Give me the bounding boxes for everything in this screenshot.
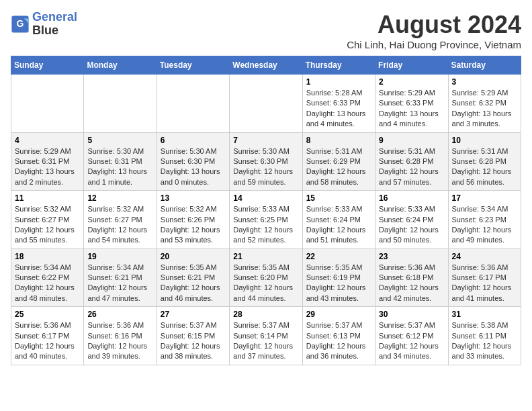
day-number: 15: [306, 193, 371, 203]
calendar-cell: 3Sunrise: 5:29 AM Sunset: 6:32 PM Daylig…: [448, 75, 521, 133]
day-info: Sunrise: 5:33 AM Sunset: 6:24 PM Dayligh…: [306, 204, 371, 246]
day-info: Sunrise: 5:36 AM Sunset: 6:17 PM Dayligh…: [452, 263, 517, 304]
day-header-wednesday: Wednesday: [230, 56, 302, 75]
calendar-cell: 8Sunrise: 5:31 AM Sunset: 6:29 PM Daylig…: [302, 132, 375, 191]
day-info: Sunrise: 5:35 AM Sunset: 6:21 PM Dayligh…: [161, 263, 226, 304]
day-info: Sunrise: 5:33 AM Sunset: 6:24 PM Dayligh…: [379, 204, 444, 246]
day-header-friday: Friday: [375, 56, 448, 75]
calendar-cell: 11Sunrise: 5:32 AM Sunset: 6:27 PM Dayli…: [11, 191, 84, 249]
day-number: 9: [379, 136, 444, 145]
calendar-cell: 28Sunrise: 5:37 AM Sunset: 6:14 PM Dayli…: [230, 307, 302, 365]
day-header-thursday: Thursday: [302, 56, 375, 75]
day-info: Sunrise: 5:34 AM Sunset: 6:22 PM Dayligh…: [15, 263, 80, 304]
calendar-cell: 27Sunrise: 5:37 AM Sunset: 6:15 PM Dayli…: [157, 307, 229, 365]
week-row-4: 18Sunrise: 5:34 AM Sunset: 6:22 PM Dayli…: [11, 248, 521, 307]
day-number: 7: [233, 136, 298, 145]
day-number: 25: [15, 310, 80, 319]
day-number: 19: [87, 252, 152, 261]
day-number: 23: [379, 252, 444, 261]
week-row-1: 1Sunrise: 5:28 AM Sunset: 6:33 PM Daylig…: [11, 75, 521, 133]
day-number: 12: [87, 193, 152, 203]
calendar-cell: 20Sunrise: 5:35 AM Sunset: 6:21 PM Dayli…: [157, 248, 229, 307]
day-number: 3: [452, 77, 517, 87]
day-number: 24: [452, 252, 517, 261]
week-row-5: 25Sunrise: 5:36 AM Sunset: 6:17 PM Dayli…: [11, 307, 521, 365]
day-number: 21: [233, 252, 298, 261]
day-number: 2: [379, 77, 444, 87]
calendar-cell: [157, 75, 229, 133]
day-info: Sunrise: 5:34 AM Sunset: 6:21 PM Dayligh…: [87, 263, 152, 304]
calendar-cell: 24Sunrise: 5:36 AM Sunset: 6:17 PM Dayli…: [448, 248, 521, 307]
logo-text: General Blue: [32, 11, 77, 38]
week-row-3: 11Sunrise: 5:32 AM Sunset: 6:27 PM Dayli…: [11, 191, 521, 249]
calendar-cell: 13Sunrise: 5:32 AM Sunset: 6:26 PM Dayli…: [157, 191, 229, 249]
day-info: Sunrise: 5:38 AM Sunset: 6:11 PM Dayligh…: [452, 320, 517, 362]
day-number: 8: [306, 136, 371, 145]
day-info: Sunrise: 5:37 AM Sunset: 6:12 PM Dayligh…: [379, 320, 444, 362]
day-info: Sunrise: 5:32 AM Sunset: 6:26 PM Dayligh…: [161, 204, 226, 246]
day-number: 17: [452, 193, 517, 203]
calendar-cell: 19Sunrise: 5:34 AM Sunset: 6:21 PM Dayli…: [84, 248, 157, 307]
svg-text:G: G: [17, 18, 24, 29]
day-number: 6: [161, 136, 226, 145]
calendar-cell: 7Sunrise: 5:30 AM Sunset: 6:30 PM Daylig…: [230, 132, 302, 191]
day-info: Sunrise: 5:30 AM Sunset: 6:31 PM Dayligh…: [87, 146, 152, 188]
day-number: 10: [452, 136, 517, 145]
calendar-cell: 22Sunrise: 5:35 AM Sunset: 6:19 PM Dayli…: [302, 248, 375, 307]
calendar-cell: 10Sunrise: 5:31 AM Sunset: 6:28 PM Dayli…: [448, 132, 521, 191]
calendar-cell: 2Sunrise: 5:29 AM Sunset: 6:33 PM Daylig…: [375, 75, 448, 133]
day-info: Sunrise: 5:32 AM Sunset: 6:27 PM Dayligh…: [15, 204, 80, 246]
day-number: 22: [306, 252, 371, 261]
calendar-table: SundayMondayTuesdayWednesdayThursdayFrid…: [11, 56, 521, 365]
calendar-cell: 25Sunrise: 5:36 AM Sunset: 6:17 PM Dayli…: [11, 307, 84, 365]
calendar-cell: 21Sunrise: 5:35 AM Sunset: 6:20 PM Dayli…: [230, 248, 302, 307]
day-header-monday: Monday: [84, 56, 157, 75]
day-header-sunday: Sunday: [11, 56, 84, 75]
calendar-cell: 5Sunrise: 5:30 AM Sunset: 6:31 PM Daylig…: [84, 132, 157, 191]
day-number: 26: [87, 310, 152, 319]
day-info: Sunrise: 5:29 AM Sunset: 6:31 PM Dayligh…: [15, 146, 80, 188]
calendar-cell: 15Sunrise: 5:33 AM Sunset: 6:24 PM Dayli…: [302, 191, 375, 249]
calendar-cell: 1Sunrise: 5:28 AM Sunset: 6:33 PM Daylig…: [302, 75, 375, 133]
day-info: Sunrise: 5:30 AM Sunset: 6:30 PM Dayligh…: [161, 146, 226, 188]
day-info: Sunrise: 5:37 AM Sunset: 6:15 PM Dayligh…: [161, 320, 226, 362]
calendar-cell: 26Sunrise: 5:36 AM Sunset: 6:16 PM Dayli…: [84, 307, 157, 365]
day-info: Sunrise: 5:36 AM Sunset: 6:16 PM Dayligh…: [87, 320, 152, 362]
day-info: Sunrise: 5:34 AM Sunset: 6:23 PM Dayligh…: [452, 204, 517, 246]
day-info: Sunrise: 5:28 AM Sunset: 6:33 PM Dayligh…: [306, 88, 371, 130]
day-info: Sunrise: 5:30 AM Sunset: 6:30 PM Dayligh…: [233, 146, 298, 188]
page-title: August 2024: [347, 11, 521, 39]
day-number: 5: [87, 136, 152, 145]
day-info: Sunrise: 5:31 AM Sunset: 6:28 PM Dayligh…: [452, 146, 517, 188]
calendar-cell: 6Sunrise: 5:30 AM Sunset: 6:30 PM Daylig…: [157, 132, 229, 191]
day-info: Sunrise: 5:29 AM Sunset: 6:32 PM Dayligh…: [452, 88, 517, 130]
calendar-cell: 29Sunrise: 5:37 AM Sunset: 6:13 PM Dayli…: [302, 307, 375, 365]
day-info: Sunrise: 5:29 AM Sunset: 6:33 PM Dayligh…: [379, 88, 444, 130]
calendar-cell: [84, 75, 157, 133]
calendar-cell: 16Sunrise: 5:33 AM Sunset: 6:24 PM Dayli…: [375, 191, 448, 249]
day-info: Sunrise: 5:37 AM Sunset: 6:13 PM Dayligh…: [306, 320, 371, 362]
calendar-cell: 18Sunrise: 5:34 AM Sunset: 6:22 PM Dayli…: [11, 248, 84, 307]
day-info: Sunrise: 5:35 AM Sunset: 6:20 PM Dayligh…: [233, 263, 298, 304]
day-number: 13: [161, 193, 226, 203]
calendar-cell: 30Sunrise: 5:37 AM Sunset: 6:12 PM Dayli…: [375, 307, 448, 365]
day-header-tuesday: Tuesday: [157, 56, 229, 75]
day-info: Sunrise: 5:37 AM Sunset: 6:14 PM Dayligh…: [233, 320, 298, 362]
day-number: 29: [306, 310, 371, 319]
day-number: 1: [306, 77, 371, 87]
day-number: 20: [161, 252, 226, 261]
calendar-cell: [230, 75, 302, 133]
day-info: Sunrise: 5:36 AM Sunset: 6:18 PM Dayligh…: [379, 263, 444, 304]
calendar-cell: 14Sunrise: 5:33 AM Sunset: 6:25 PM Dayli…: [230, 191, 302, 249]
day-number: 28: [233, 310, 298, 319]
calendar-cell: 31Sunrise: 5:38 AM Sunset: 6:11 PM Dayli…: [448, 307, 521, 365]
day-number: 14: [233, 193, 298, 203]
day-number: 27: [161, 310, 226, 319]
day-number: 30: [379, 310, 444, 319]
calendar-cell: 12Sunrise: 5:32 AM Sunset: 6:27 PM Dayli…: [84, 191, 157, 249]
day-number: 16: [379, 193, 444, 203]
day-number: 4: [15, 136, 80, 145]
day-info: Sunrise: 5:33 AM Sunset: 6:25 PM Dayligh…: [233, 204, 298, 246]
day-info: Sunrise: 5:31 AM Sunset: 6:29 PM Dayligh…: [306, 146, 371, 188]
day-number: 31: [452, 310, 517, 319]
